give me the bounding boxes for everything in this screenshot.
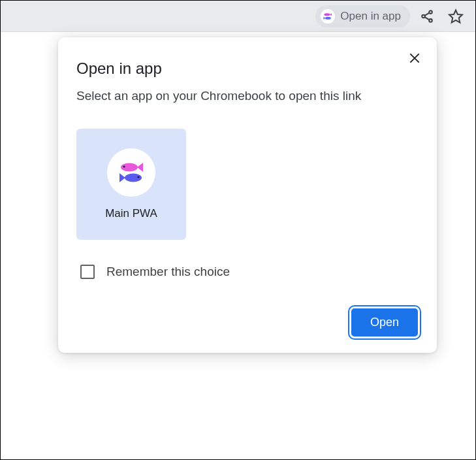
browser-toolbar: Open in app: [1, 1, 475, 32]
dialog-subtitle: Select an app on your Chromebook to open…: [76, 87, 419, 105]
app-tile-label: Main PWA: [105, 207, 157, 220]
svg-point-14: [123, 165, 125, 167]
svg-point-6: [429, 19, 432, 22]
open-in-app-chip[interactable]: Open in app: [315, 5, 410, 27]
remember-checkbox[interactable]: [80, 265, 95, 279]
open-button[interactable]: Open: [351, 308, 419, 337]
app-tile-main-pwa[interactable]: Main PWA: [76, 129, 186, 240]
svg-point-0: [325, 13, 330, 16]
svg-marker-1: [330, 13, 332, 16]
svg-point-17: [137, 176, 139, 178]
svg-line-8: [425, 17, 430, 20]
svg-marker-13: [137, 163, 143, 172]
svg-point-5: [422, 14, 425, 18]
svg-point-4: [429, 10, 432, 14]
remember-label: Remember this choice: [106, 265, 230, 279]
open-in-app-dialog: Open in app Select an app on your Chrome…: [58, 37, 437, 353]
app-chip-icon: [321, 9, 335, 24]
remember-choice-row: Remember this choice: [76, 265, 419, 279]
star-icon[interactable]: [444, 5, 468, 28]
svg-point-2: [325, 16, 331, 19]
share-icon[interactable]: [415, 5, 439, 28]
svg-marker-9: [449, 10, 462, 22]
dialog-actions: Open: [76, 308, 419, 337]
svg-line-7: [425, 12, 430, 15]
chip-label: Open in app: [340, 10, 401, 23]
close-icon[interactable]: [404, 48, 425, 69]
svg-marker-16: [119, 173, 125, 182]
svg-marker-3: [324, 16, 326, 19]
app-icon: [107, 148, 155, 197]
dialog-title: Open in app: [76, 59, 419, 78]
